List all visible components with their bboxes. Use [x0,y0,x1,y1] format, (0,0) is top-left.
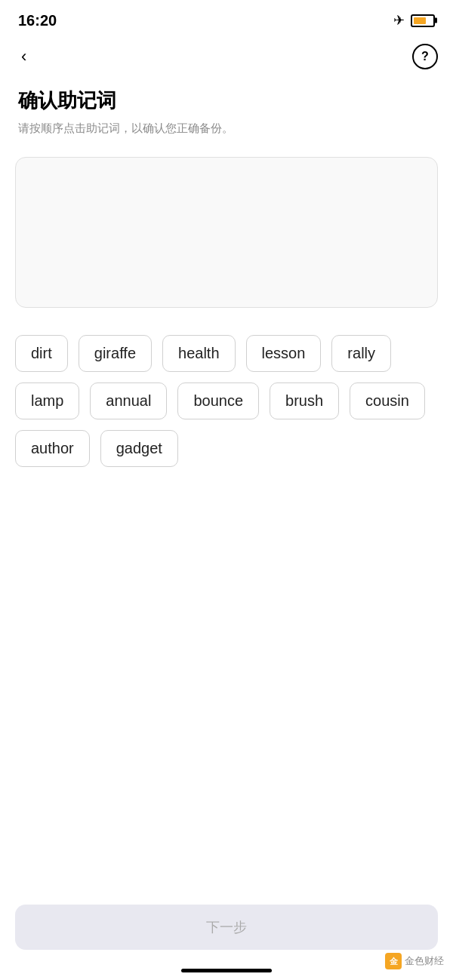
word-chip-giraffe[interactable]: giraffe [79,335,152,372]
word-chip-health[interactable]: health [162,335,236,372]
status-time: 16:20 [18,12,57,29]
word-chip-cousin[interactable]: cousin [350,382,425,419]
mnemonic-display-area [15,157,438,308]
word-chip-brush[interactable]: brush [270,382,339,419]
watermark: 金 金色财经 [385,953,444,969]
back-button[interactable]: ‹ [15,44,32,69]
word-chip-lesson[interactable]: lesson [246,335,322,372]
word-chip-rally[interactable]: rally [331,335,391,372]
word-chip-dirt[interactable]: dirt [15,335,68,372]
battery-fill [414,17,426,24]
watermark-logo: 金 [385,953,402,969]
word-chip-bounce[interactable]: bounce [177,382,259,419]
word-chip-author[interactable]: author [15,430,90,467]
word-chip-annual[interactable]: annual [90,382,167,419]
status-bar: 16:20 ✈ [0,0,453,38]
word-chip-lamp[interactable]: lamp [15,382,79,419]
page-subtitle: 请按顺序点击助记词，以确认您正确备份。 [18,120,435,137]
page-header: 确认助记词 请按顺序点击助记词，以确认您正确备份。 [0,75,453,145]
watermark-text: 金色财经 [405,954,444,968]
battery-icon [411,14,435,27]
nav-bar: ‹ ? [0,38,453,75]
page-title: 确认助记词 [18,88,435,114]
airplane-icon: ✈ [393,12,405,29]
help-button[interactable]: ? [412,44,438,69]
next-button[interactable]: 下一步 [15,905,438,950]
word-chip-gadget[interactable]: gadget [100,430,178,467]
words-container: dirtgiraffehealthlessonrallylampannualbo… [0,320,453,475]
home-indicator [181,969,272,972]
status-icons: ✈ [393,12,435,29]
